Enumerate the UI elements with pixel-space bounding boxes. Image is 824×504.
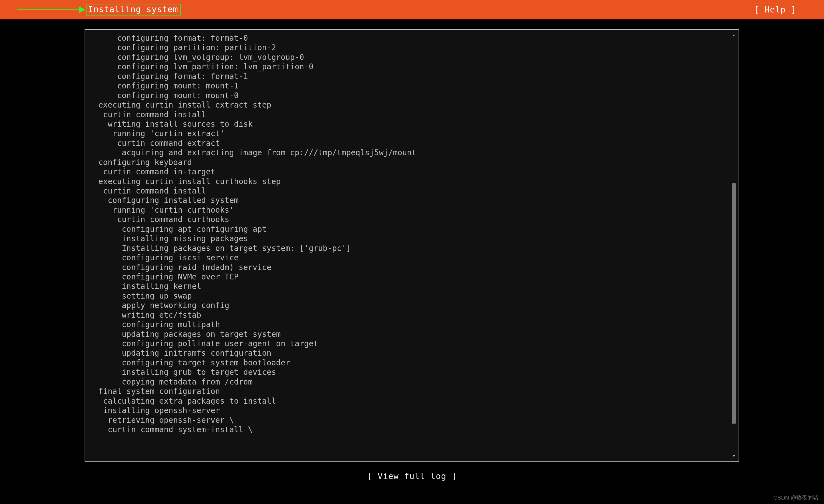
log-line: configuring target system bootloader [89,358,725,368]
log-line: installing grub to target devices [89,368,725,377]
log-line: writing etc/fstab [89,310,725,320]
log-line: setting up swap [89,291,725,301]
installer-header: Installing system [ Help ] [0,0,824,19]
log-line: configuring pollinate user-agent on targ… [89,339,725,349]
log-line: running 'curtin extract' [89,129,725,138]
log-line: curtin command curthooks [89,215,725,224]
log-line: running 'curtin curthooks' [89,206,725,215]
log-line: configuring installed system [89,196,725,205]
log-line: configuring format: format-1 [89,72,725,81]
log-line: installing kernel [89,282,725,291]
log-line: configuring lvm_partition: lvm_partition… [89,62,725,72]
log-line: curtin command install [89,110,725,120]
log-line: writing install sources to disk [89,120,725,129]
log-line: configuring format: format-0 [89,33,725,43]
scroll-rail[interactable] [732,38,736,453]
log-line: executing curtin install extract step [89,100,725,110]
log-panel: configuring format: format-0 configuring… [85,29,739,462]
log-line: configuring iscsi service [89,253,725,263]
log-line: configuring mount: mount-1 [89,81,725,91]
scroll-down-arrow[interactable]: ▾ [731,453,737,459]
log-line: configuring partition: partition-2 [89,43,725,52]
view-full-log-button[interactable]: [ View full log ] [0,471,824,482]
log-line: configuring lvm_volgroup: lvm_volgroup-0 [89,53,725,62]
log-line: curtin command system-install \ [89,425,725,434]
log-line: configuring apt configuring apt [89,225,725,234]
log-line: acquiring and extracting image from cp:/… [89,148,725,157]
log-line: updating packages on target system [89,330,725,339]
log-line: curtin command extract [89,139,725,148]
log-line: installing openssh-server [89,406,725,415]
log-line: Installing packages on target system: ['… [89,244,725,253]
scroll-thumb[interactable] [732,183,736,424]
log-line: configuring multipath [89,320,725,329]
log-line: apply networking config [89,301,725,310]
log-line: curtin command in-target [89,167,725,176]
log-line: calculating extra packages to install [89,396,725,406]
page-title: Installing system [86,4,181,16]
annotation-arrow [17,6,85,13]
log-line: final system configuration [89,387,725,396]
log-line: configuring mount: mount-0 [89,91,725,100]
scroll-up-arrow[interactable]: ▴ [731,32,737,38]
log-line: configuring NVMe over TCP [89,272,725,282]
help-button[interactable]: [ Help ] [754,5,797,15]
log-line: configuring raid (mdadm) service [89,263,725,272]
log-line: curtin command install [89,186,725,196]
watermark: CSDN @热夜的猪 [773,494,818,501]
log-line: retrieving openssh-server \ [89,415,725,425]
log-line: installing missing packages [89,234,725,243]
log-line: updating initramfs configuration [89,349,725,358]
log-line: executing curtin install curthooks step [89,177,725,186]
scrollbar[interactable]: ▴ ▾ [731,32,737,459]
log-line: configuring keyboard [89,158,725,167]
log-output: configuring format: format-0 configuring… [85,30,739,461]
log-line: copying metadata from /cdrom [89,377,725,387]
